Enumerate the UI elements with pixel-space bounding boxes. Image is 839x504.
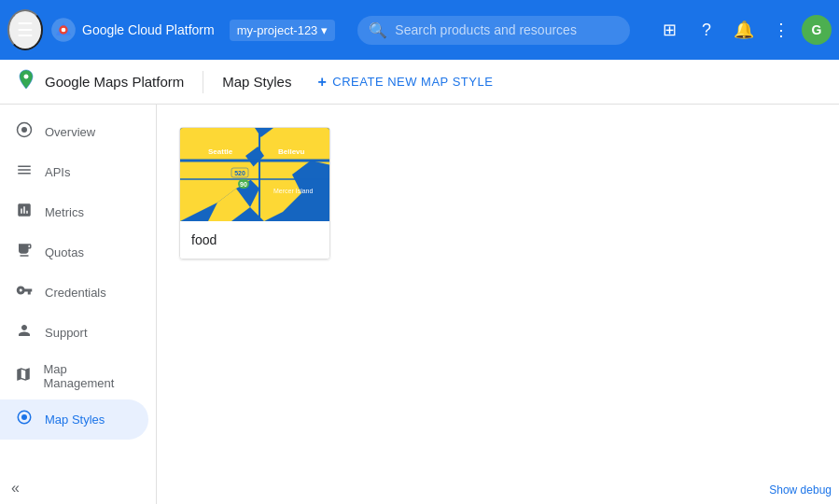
map-style-card-food[interactable]: Seattle Bellevu Mercer Island 520 90 foo… <box>179 127 330 259</box>
sidebar-label-quotas: Quotas <box>45 245 84 259</box>
gcp-logo-icon <box>50 17 77 43</box>
more-icon-button[interactable]: ⋮ <box>764 13 798 47</box>
plus-icon: + <box>317 74 327 91</box>
svg-point-7 <box>21 414 27 420</box>
sidebar-label-metrics: Metrics <box>45 205 84 219</box>
sidebar-item-overview[interactable]: Overview <box>0 112 148 152</box>
search-bar: 🔍 <box>357 16 630 45</box>
sidebar-label-apis: APIs <box>45 165 70 179</box>
svg-text:520: 520 <box>234 170 245 176</box>
sidebar-item-metrics[interactable]: Metrics <box>0 192 148 232</box>
menu-icon[interactable]: ☰ <box>7 9 43 50</box>
avatar[interactable]: G <box>802 15 832 45</box>
second-header: Google Maps Platform Map Styles + CREATE… <box>0 60 839 105</box>
main-content: Seattle Bellevu Mercer Island 520 90 foo… <box>157 105 839 504</box>
support-icon <box>15 322 34 343</box>
map-preview-svg: Seattle Bellevu Mercer Island 520 90 <box>180 128 330 221</box>
collapse-icon: « <box>11 480 20 496</box>
sidebar-label-map-management: Map Management <box>43 362 133 390</box>
sidebar-item-apis[interactable]: APIs <box>0 152 148 192</box>
apps-icon-button[interactable]: ⊞ <box>652 13 686 47</box>
sidebar-collapse[interactable]: « <box>0 472 157 504</box>
show-debug-link[interactable]: Show debug <box>769 483 832 497</box>
header-divider <box>203 71 203 93</box>
dropdown-icon: ▾ <box>321 23 328 37</box>
metrics-icon <box>15 202 34 223</box>
project-selector[interactable]: my-project-123 ▾ <box>230 20 336 41</box>
sidebar-label-support: Support <box>45 326 88 340</box>
top-navigation-bar: ☰ Google Cloud Platform my-project-123 ▾… <box>0 0 839 60</box>
overview-icon <box>15 121 34 143</box>
credentials-icon <box>15 282 34 303</box>
svg-text:Mercer Island: Mercer Island <box>273 188 314 194</box>
create-new-map-style-button[interactable]: + CREATE NEW MAP STYLE <box>317 74 493 91</box>
svg-text:Bellevu: Bellevu <box>278 147 305 156</box>
map-management-icon <box>15 366 32 387</box>
svg-point-2 <box>62 28 66 33</box>
svg-text:90: 90 <box>240 181 247 188</box>
quotas-icon <box>15 242 34 263</box>
sidebar-label-credentials: Credentials <box>45 286 106 300</box>
top-bar-actions: ⊞ ? 🔔 ⋮ G <box>652 13 832 47</box>
google-maps-logo-icon <box>15 68 37 91</box>
sidebar-item-support[interactable]: Support <box>0 313 148 353</box>
sidebar-label-overview: Overview <box>45 125 95 139</box>
sidebar-item-map-styles[interactable]: Map Styles <box>0 399 148 440</box>
sidebar: Overview APIs Metrics Quotas Credentials… <box>0 105 157 504</box>
create-button-label: CREATE NEW MAP STYLE <box>332 75 493 89</box>
search-input[interactable] <box>395 22 619 37</box>
gcp-title: Google Cloud Platform <box>82 22 215 37</box>
project-name: my-project-123 <box>237 23 318 37</box>
sidebar-item-credentials[interactable]: Credentials <box>0 273 148 313</box>
map-styles-icon <box>15 409 34 430</box>
maps-platform-label: Google Maps Platform <box>45 74 184 90</box>
sidebar-item-quotas[interactable]: Quotas <box>0 232 148 273</box>
map-preview-food: Seattle Bellevu Mercer Island 520 90 <box>180 128 330 221</box>
sidebar-label-map-styles: Map Styles <box>45 413 105 427</box>
maps-platform-logo: Google Maps Platform <box>15 68 184 96</box>
notifications-icon-button[interactable]: 🔔 <box>727 13 761 47</box>
svg-text:Seattle: Seattle <box>208 147 233 156</box>
svg-rect-5 <box>21 255 29 257</box>
app-title: Google Cloud Platform <box>50 17 215 43</box>
maps-pin-icon <box>15 68 37 96</box>
map-card-label-food: food <box>180 221 329 259</box>
sidebar-item-map-management[interactable]: Map Management <box>0 353 148 399</box>
help-icon-button[interactable]: ? <box>690 13 723 47</box>
search-icon: 🔍 <box>369 21 387 39</box>
page-title: Map Styles <box>222 74 291 90</box>
apis-icon <box>15 161 34 183</box>
svg-point-4 <box>21 127 27 133</box>
